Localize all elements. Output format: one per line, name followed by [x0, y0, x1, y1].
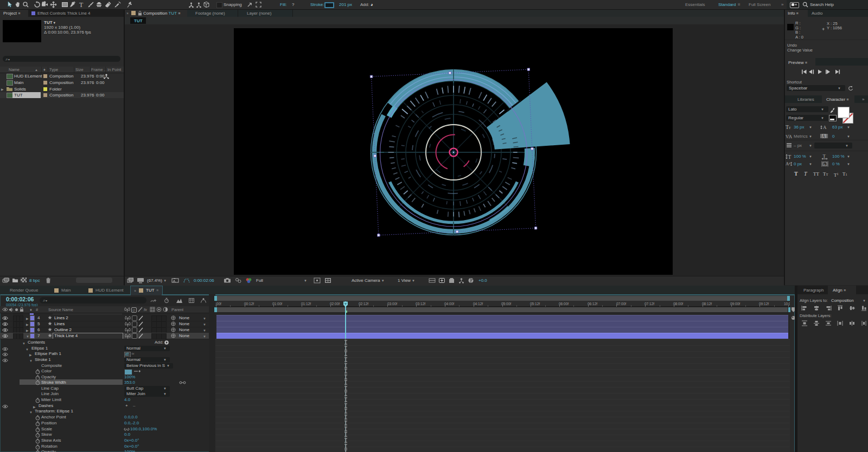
svg-text:A: A [823, 125, 827, 130]
svg-text:T: T [823, 153, 826, 159]
svg-text:a: a [789, 162, 790, 165]
svg-text:T: T [789, 126, 792, 130]
svg-text:T: T [788, 154, 792, 160]
svg-text:a: a [824, 162, 826, 166]
svg-text:T: T [79, 1, 84, 9]
svg-text:A: A [789, 134, 793, 139]
svg-text:A: A [822, 134, 826, 139]
